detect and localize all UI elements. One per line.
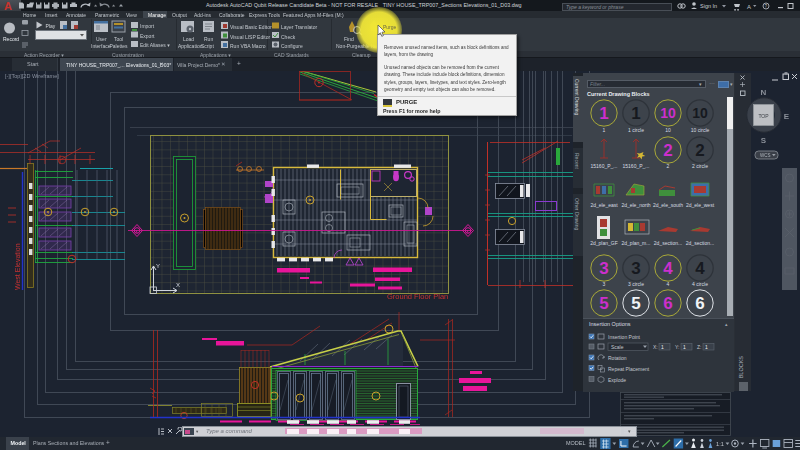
svg-text:1: 1 [599, 104, 608, 123]
svg-text:Sign In: Sign In [700, 3, 717, 9]
svg-text:Explode: Explode [608, 377, 626, 383]
svg-text:2: 2 [695, 141, 704, 160]
svg-text:5: 5 [631, 294, 640, 313]
svg-text:6: 6 [663, 294, 672, 313]
svg-text:4 circle: 4 circle [692, 281, 708, 287]
svg-text:1:1: 1:1 [716, 441, 724, 447]
svg-text:1: 1 [661, 344, 664, 350]
svg-text:15160_P_...: 15160_P_... [623, 163, 650, 169]
svg-text:Repeat Placement: Repeat Placement [608, 366, 650, 372]
svg-text:6: 6 [695, 294, 704, 313]
svg-text:2 circle: 2 circle [692, 163, 708, 169]
svg-text:WCS: WCS [760, 153, 771, 158]
svg-text:Z:: Z: [697, 344, 701, 350]
svg-text:N: N [761, 88, 767, 97]
svg-text:4: 4 [667, 281, 670, 287]
svg-text:15160_P_...: 15160_P_... [591, 163, 618, 169]
svg-text:2d_ele_north: 2d_ele_north [621, 202, 650, 208]
svg-text:1: 1 [631, 104, 640, 123]
svg-text:Ground Floor Plan: Ground Floor Plan [387, 292, 448, 301]
svg-text:2d_ele_east: 2d_ele_east [590, 202, 618, 208]
svg-text:2: 2 [663, 141, 672, 160]
svg-text:3: 3 [631, 259, 640, 278]
svg-text:2d_section...: 2d_section... [686, 240, 714, 246]
svg-text:4: 4 [695, 259, 705, 278]
svg-text:10 circle: 10 circle [691, 127, 710, 133]
svg-text:1: 1 [683, 344, 686, 350]
svg-text:S: S [761, 136, 767, 145]
svg-text:10: 10 [692, 105, 708, 121]
svg-text:Scale: Scale [611, 344, 624, 350]
svg-text:Y:: Y: [675, 344, 679, 350]
svg-text:West Elevation: West Elevation [14, 243, 21, 290]
svg-text:2d_plan_m...: 2d_plan_m... [622, 240, 651, 246]
svg-text:2d_ele_south: 2d_ele_south [653, 202, 683, 208]
svg-text:1: 1 [603, 127, 606, 133]
svg-text:4: 4 [663, 259, 673, 278]
svg-text:A: A [136, 230, 138, 234]
svg-text:2d_section...: 2d_section... [654, 240, 682, 246]
svg-text:10: 10 [660, 105, 676, 121]
svg-text:Y: Y [156, 263, 160, 269]
svg-text:10: 10 [665, 127, 671, 133]
svg-text:X:: X: [653, 344, 658, 350]
svg-text:2: 2 [667, 163, 670, 169]
svg-text:TOP: TOP [758, 113, 769, 119]
svg-text:Rotation: Rotation [608, 355, 627, 361]
svg-text:2d_plan_GF: 2d_plan_GF [590, 240, 618, 246]
svg-text:5: 5 [599, 294, 608, 313]
svg-text:E: E [784, 112, 790, 121]
svg-text:3: 3 [599, 259, 608, 278]
svg-text:A: A [747, 4, 751, 10]
svg-text:2d_ele_west: 2d_ele_west [686, 202, 715, 208]
svg-text:3: 3 [603, 281, 606, 287]
svg-text:1 circle: 1 circle [628, 127, 644, 133]
svg-text:X: X [176, 282, 180, 288]
svg-text:1: 1 [705, 344, 708, 350]
svg-text:Insertion Point: Insertion Point [608, 334, 641, 340]
svg-text:3 circle: 3 circle [628, 281, 644, 287]
svg-text:A: A [467, 230, 469, 234]
